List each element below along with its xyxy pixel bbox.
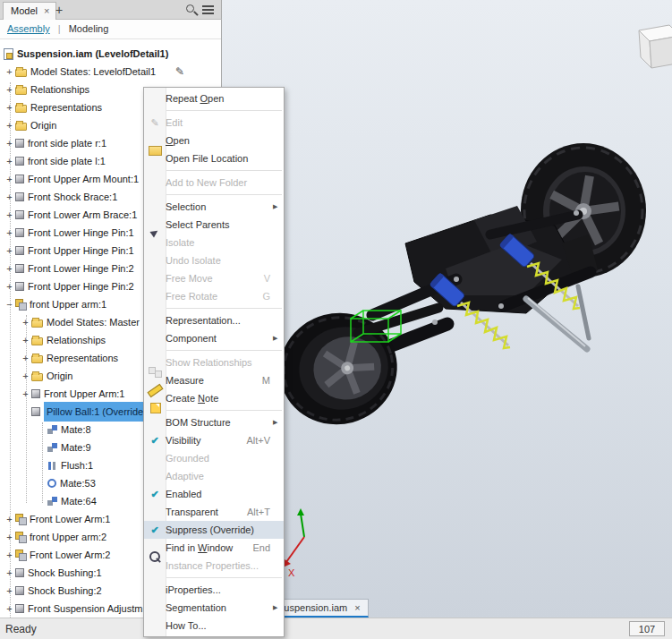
expand-plus-icon[interactable]: + [4,206,15,224]
menu-item-visibility[interactable]: ✔VisibilityAlt+V [144,431,284,449]
expand-plus-icon[interactable]: + [4,546,15,564]
menu-item-shortcut: Alt+T [247,507,270,517]
menu-item-label: Measure [166,375,262,386]
context-menu: Repeat OpenEditOpenOpen File LocationAdd… [143,87,285,637]
status-ready-label: Ready [5,623,37,635]
menu-item-iproperties[interactable]: iProperties... [144,581,284,599]
menu-item-enabled[interactable]: ✔Enabled [144,485,284,503]
tab-assembly[interactable]: Assembly [7,23,50,34]
part-icon [15,192,24,201]
check-icon: ✔ [144,489,166,500]
expand-plus-icon[interactable]: + [20,367,31,385]
expand-plus-icon[interactable]: + [4,260,15,277]
menu-item-label: Suppress (Override) [166,524,270,535]
expand-plus-icon[interactable]: + [4,600,15,618]
tree-item-label: front side plate l:1 [28,152,106,170]
tree-item-label: Front Lower Arm:2 [30,546,110,564]
tree-item-label: Shock Bushing:2 [28,582,102,600]
browser-title-bar: Model× + [0,0,222,20]
expand-plus-icon[interactable]: + [20,349,31,367]
model-panel-tab-close-icon[interactable]: × [44,5,49,16]
menu-item-open[interactable]: Open [144,132,284,149]
menu-item-segmentation[interactable]: Segmentation▶ [144,599,284,617]
axis-x-label: X [288,567,295,578]
menu-item-selection[interactable]: Selection▶ [144,198,284,216]
tree-item-label: Front Lower Arm:1 [30,510,110,528]
menu-item-representation[interactable]: Representation... [144,311,284,329]
menu-item-repeat-open[interactable]: Repeat Open [144,89,284,107]
menu-item-create-note[interactable]: Create Note [144,389,284,407]
expand-plus-icon[interactable]: + [4,528,15,546]
menu-item-label: Transparent [166,507,247,517]
expand-plus-icon[interactable]: + [4,224,15,242]
menu-item-label: Segmentation [166,602,270,613]
menu-item-suppress-override[interactable]: ✔Suppress (Override) [144,521,284,539]
folder-icon [31,320,43,328]
expand-plus-icon[interactable]: + [4,134,15,152]
tree-item-label: Front Upper Arm:1 [44,385,124,403]
folder-icon [31,355,43,363]
tree-root[interactable]: Suspension.iam (LevelofDetail1) [0,45,221,63]
tree-root-label: Suspension.iam (LevelofDetail1) [17,45,168,63]
menu-item-show-relationships: Show Relationships [144,354,284,371]
context-menu-items: Repeat OpenEditOpenOpen File LocationAdd… [144,89,284,635]
assembly-icon [15,299,26,310]
part-icon [15,175,24,183]
new-panel-tab-button[interactable]: + [55,3,63,17]
collapse-minus-icon[interactable]: − [4,295,15,313]
tree-item-label: front Upper arm:1 [30,295,106,313]
tree-item-label: Front Shock Brace:1 [28,188,117,206]
tab-modeling[interactable]: Modeling [69,23,109,34]
expand-plus-icon[interactable]: + [4,152,15,170]
tree-item-label: Front Upper Hinge Pin:2 [28,277,134,295]
view-cube[interactable] [639,25,672,68]
menu-item-label: Select Parents [166,219,270,230]
menu-item-label: iProperties... [166,584,270,595]
menu-item-transparent[interactable]: TransparentAlt+T [144,503,284,521]
expand-plus-icon[interactable]: + [4,188,15,206]
browser-mode-tabs: Assembly | Modeling [0,20,221,39]
expand-plus-icon[interactable]: + [4,98,15,116]
model-panel-tab-label: Model [11,5,38,16]
menu-icon[interactable] [202,9,214,11]
menu-item-component[interactable]: Component▶ [144,329,284,347]
app-window: X Suspension.iam× Model× + Assembly | Mo… [0,0,672,639]
expand-plus-icon[interactable]: + [20,385,31,403]
expand-plus-icon[interactable]: + [4,170,15,188]
menu-item-measure[interactable]: MeasureM [144,371,284,389]
menu-separator [146,410,282,411]
menu-item-add-to-new-folder: Add to New Folder [144,174,284,192]
menu-item-select-parents[interactable]: Select Parents [144,216,284,234]
expand-plus-icon[interactable]: + [4,277,15,295]
menu-item-label: Edit [166,117,270,128]
expand-plus-icon[interactable]: + [4,81,15,98]
expand-plus-icon[interactable]: + [4,582,15,600]
expand-plus-icon[interactable]: + [4,564,15,582]
edit-pencil-icon[interactable]: ✎ [175,63,184,81]
viewport-3d[interactable]: X Suspension.iam× [222,0,672,618]
menu-item-adaptive: Adaptive [144,467,284,485]
expand-plus-icon[interactable]: + [20,331,31,349]
search-icon[interactable] [186,4,194,13]
part-icon [15,139,24,148]
expand-plus-icon[interactable]: + [4,510,15,528]
menu-item-open-file-location[interactable]: Open File Location [144,149,284,167]
tree-item-model-states-levelofdetail1[interactable]: +Model States: LevelofDetail1✎ [0,63,221,81]
expand-plus-icon[interactable]: + [20,313,31,331]
expand-plus-icon[interactable]: + [4,116,15,134]
menu-item-bom-structure[interactable]: BOM Structure▶ [144,413,284,431]
document-tab-close-icon[interactable]: × [354,602,360,613]
assembly-document-icon [4,48,13,60]
tree-item-label: Front Lower Hinge Pin:1 [28,224,134,242]
menu-item-how-to[interactable]: How To... [144,617,284,635]
tree-item-label: Relationships [30,81,89,98]
folder-icon [15,87,27,95]
model-panel-tab[interactable]: Model× [3,2,56,20]
folder-icon [15,123,27,131]
expand-plus-icon[interactable]: + [4,242,15,260]
expand-plus-icon[interactable]: + [4,63,15,81]
tree-item-label: Origin [30,116,56,134]
part-icon [15,210,24,219]
tree-item-label: Front Upper Hinge Pin:1 [28,242,134,260]
menu-item-find-in-window[interactable]: Find in WindowEnd [144,539,284,557]
